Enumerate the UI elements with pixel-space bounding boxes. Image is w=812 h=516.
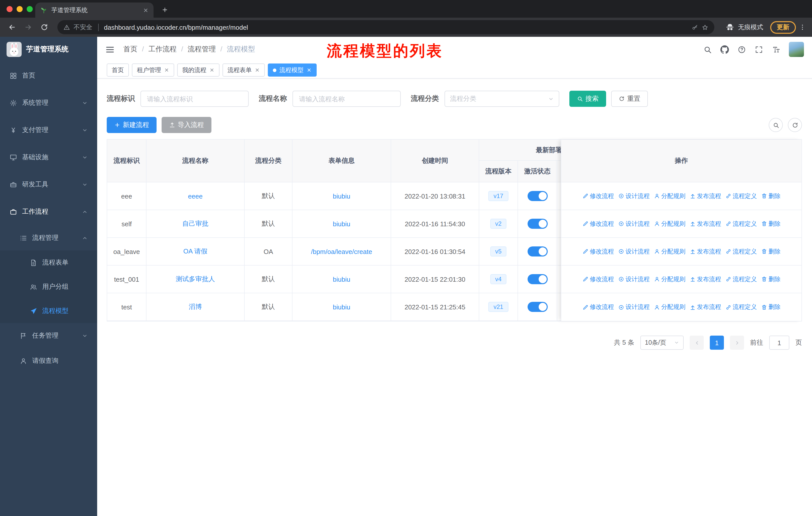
modify-process-link[interactable]: 修改流程 — [582, 303, 614, 311]
sidebar-item-devtools[interactable]: 研发工具 — [0, 171, 97, 198]
assign-rule-link[interactable]: 分配规则 — [654, 192, 686, 200]
publish-process-link[interactable]: 发布流程 — [689, 219, 721, 228]
assign-rule-link[interactable]: 分配规则 — [654, 303, 686, 311]
active-toggle[interactable] — [527, 274, 547, 284]
sidebar-item-home[interactable]: 首页 — [0, 62, 97, 89]
search-icon[interactable] — [703, 45, 712, 54]
import-process-button[interactable]: 导入流程 — [162, 117, 211, 133]
design-process-link[interactable]: 设计流程 — [618, 192, 650, 200]
breadcrumb-process-management[interactable]: 流程管理 — [177, 45, 216, 54]
close-tab-icon[interactable] — [143, 7, 148, 13]
page-number-1[interactable]: 1 — [710, 335, 724, 350]
process-category-select[interactable]: 流程分类 — [444, 91, 559, 107]
next-page-button[interactable] — [730, 335, 744, 350]
assign-rule-link[interactable]: 分配规则 — [654, 219, 686, 228]
design-process-link[interactable]: 设计流程 — [618, 275, 650, 283]
process-name-link[interactable]: 测试多审批人 — [176, 275, 215, 284]
sidebar-item-infrastructure[interactable]: 基础设施 — [0, 144, 97, 171]
page-size-select[interactable]: 10条/页 — [640, 335, 684, 350]
font-size-icon[interactable] — [772, 45, 780, 54]
process-definition-link[interactable]: 流程定义 — [725, 219, 757, 228]
close-icon[interactable] — [307, 67, 312, 73]
window-controls[interactable] — [6, 6, 33, 12]
maximize-window-button[interactable] — [27, 6, 33, 12]
reset-button[interactable]: 重置 — [611, 91, 648, 107]
form-info-link[interactable]: biubiu — [333, 275, 350, 283]
process-definition-link[interactable]: 流程定义 — [725, 247, 757, 256]
search-button[interactable]: 搜索 — [569, 91, 606, 107]
publish-process-link[interactable]: 发布流程 — [689, 303, 721, 311]
reload-button[interactable] — [37, 20, 51, 34]
form-info-link[interactable]: biubiu — [333, 303, 350, 311]
process-name-link[interactable]: 滔博 — [189, 302, 202, 311]
new-tab-button[interactable] — [158, 3, 171, 16]
design-process-link[interactable]: 设计流程 — [618, 247, 650, 256]
form-info-link[interactable]: /bpm/oa/leave/create — [311, 248, 372, 255]
modify-process-link[interactable]: 修改流程 — [582, 275, 614, 283]
close-icon[interactable] — [209, 67, 214, 73]
back-button[interactable] — [5, 20, 19, 34]
design-process-link[interactable]: 设计流程 — [618, 219, 650, 228]
close-icon[interactable] — [164, 67, 169, 73]
delete-link[interactable]: 删除 — [761, 192, 781, 200]
modify-process-link[interactable]: 修改流程 — [582, 247, 614, 256]
address-bar[interactable]: 不安全 dashboard.yudao.iocoder.cn/bpm/manag… — [57, 20, 714, 34]
sidebar-item-process-model[interactable]: 流程模型 — [0, 299, 97, 323]
fullscreen-icon[interactable] — [755, 45, 763, 54]
browser-tab[interactable]: 芋道管理系统 — [35, 2, 153, 18]
process-definition-link[interactable]: 流程定义 — [725, 303, 757, 311]
active-toggle[interactable] — [527, 219, 547, 229]
sidebar-item-payment[interactable]: 支付管理 — [0, 116, 97, 144]
hamburger-icon[interactable] — [105, 45, 115, 54]
form-info-link[interactable]: biubiu — [333, 220, 350, 227]
create-process-button[interactable]: 新建流程 — [107, 117, 156, 133]
active-toggle[interactable] — [527, 191, 547, 201]
key-icon[interactable] — [692, 24, 698, 30]
delete-link[interactable]: 删除 — [761, 275, 781, 283]
github-icon[interactable] — [720, 45, 729, 54]
process-definition-link[interactable]: 流程定义 — [725, 192, 757, 200]
breadcrumb-workflow[interactable]: 工作流程 — [138, 45, 177, 54]
modify-process-link[interactable]: 修改流程 — [582, 192, 614, 200]
help-icon[interactable] — [737, 45, 746, 54]
form-info-link[interactable]: biubiu — [333, 192, 350, 200]
tag-my-process[interactable]: 我的流程 — [177, 63, 220, 77]
refresh-table-button[interactable] — [788, 118, 802, 132]
toggle-search-button[interactable] — [769, 118, 783, 132]
close-icon[interactable] — [255, 67, 260, 73]
sidebar-item-process-management[interactable]: 流程管理 — [0, 225, 97, 250]
browser-update-button[interactable]: 更新 — [770, 21, 796, 33]
active-toggle[interactable] — [527, 302, 547, 312]
publish-process-link[interactable]: 发布流程 — [689, 275, 721, 283]
tag-home[interactable]: 首页 — [107, 63, 129, 77]
minimize-window-button[interactable] — [17, 6, 23, 12]
page-goto-input[interactable] — [769, 335, 789, 350]
sidebar-item-workflow[interactable]: 工作流程 — [0, 198, 97, 225]
process-definition-link[interactable]: 流程定义 — [725, 275, 757, 283]
sidebar-item-task-management[interactable]: 任务管理 — [0, 323, 97, 348]
delete-link[interactable]: 删除 — [761, 247, 781, 256]
assign-rule-link[interactable]: 分配规则 — [654, 275, 686, 283]
assign-rule-link[interactable]: 分配规则 — [654, 247, 686, 256]
tag-process-model[interactable]: 流程模型 — [268, 63, 317, 77]
browser-menu-button[interactable] — [798, 24, 807, 31]
process-name-link[interactable]: OA 请假 — [183, 247, 207, 256]
tag-process-form[interactable]: 流程表单 — [223, 63, 265, 77]
sidebar-item-user-group[interactable]: 用户分组 — [0, 275, 97, 299]
sidebar-item-process-form[interactable]: 流程表单 — [0, 250, 97, 275]
publish-process-link[interactable]: 发布流程 — [689, 192, 721, 200]
bookmark-star-icon[interactable] — [702, 24, 708, 30]
process-name-link[interactable]: 自己审批 — [182, 219, 208, 228]
active-toggle[interactable] — [527, 246, 547, 256]
sidebar-item-leave-query[interactable]: 请假查询 — [0, 348, 97, 373]
forward-button[interactable] — [21, 20, 35, 34]
prev-page-button[interactable] — [690, 335, 704, 350]
breadcrumb-home[interactable]: 首页 — [123, 45, 138, 54]
security-label[interactable]: 不安全 — [74, 23, 92, 31]
process-id-input[interactable] — [141, 91, 249, 107]
delete-link[interactable]: 删除 — [761, 219, 781, 228]
process-name-link[interactable]: eeee — [188, 192, 203, 200]
publish-process-link[interactable]: 发布流程 — [689, 247, 721, 256]
close-window-button[interactable] — [6, 6, 12, 12]
delete-link[interactable]: 删除 — [761, 303, 781, 311]
